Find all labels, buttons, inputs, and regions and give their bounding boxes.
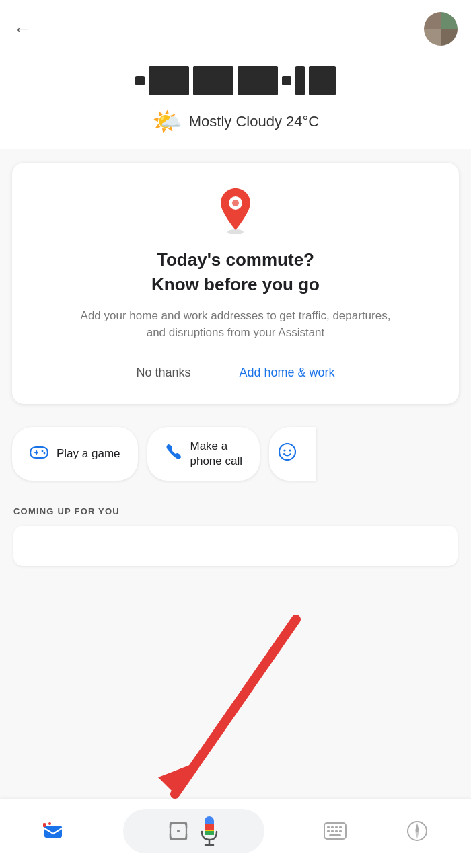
svg-rect-30: [335, 830, 338, 832]
commute-subtitle: Know before you go: [151, 274, 320, 295]
add-home-button[interactable]: Add home & work: [228, 360, 345, 385]
svg-rect-29: [331, 830, 334, 832]
svg-marker-11: [158, 760, 202, 794]
svg-point-9: [283, 449, 285, 451]
mic-container: [123, 809, 264, 853]
no-thanks-button[interactable]: No thanks: [125, 360, 201, 385]
avatar-q2: [441, 12, 458, 29]
coming-up-label: COMING UP FOR YOU: [13, 506, 458, 516]
svg-rect-18: [205, 824, 214, 830]
back-button[interactable]: ←: [13, 19, 31, 40]
red-arrow-annotation: [40, 613, 310, 828]
avatar-q3: [424, 29, 441, 46]
svg-point-2: [232, 200, 239, 206]
chip-play-game[interactable]: Play a game: [12, 427, 138, 481]
svg-rect-31: [339, 830, 342, 832]
chips-row: Play a game Make aphone call: [0, 418, 471, 490]
svg-rect-28: [327, 830, 330, 832]
chip-emoji[interactable]: [269, 427, 316, 481]
svg-point-14: [48, 822, 51, 825]
weather-section: 🌤️ Mostly Cloudy 24°C: [0, 52, 471, 149]
phone-icon: [165, 443, 182, 465]
pixel: [295, 66, 305, 95]
commute-description: Add your home and work addresses to get …: [74, 307, 397, 342]
header: ←: [0, 0, 471, 52]
pixel: [238, 66, 278, 95]
bottom-bar: [0, 799, 471, 868]
svg-rect-24: [327, 826, 330, 828]
svg-point-0: [227, 229, 244, 234]
svg-rect-32: [329, 834, 341, 836]
svg-rect-26: [335, 826, 338, 828]
coming-up-content-placeholder: [27, 539, 444, 551]
pixel: [193, 66, 233, 95]
avatar-q4: [441, 29, 458, 46]
avatar-q1: [424, 12, 441, 29]
commute-actions: No thanks Add home & work: [125, 360, 345, 385]
weather-icon: 🌤️: [152, 108, 182, 136]
keyboard-button[interactable]: [324, 822, 347, 840]
svg-point-16: [177, 830, 180, 832]
svg-rect-20: [205, 831, 214, 835]
commute-title: Today's commute?: [157, 249, 314, 272]
game-icon: [30, 444, 48, 463]
emoji-icon: [279, 443, 296, 465]
pixel: [149, 66, 189, 95]
chip-phone-call[interactable]: Make aphone call: [147, 427, 260, 481]
pixel: [282, 76, 291, 85]
commute-card: Today's commute? Know before you go Add …: [12, 163, 459, 404]
lens-button[interactable]: [168, 821, 188, 841]
coming-up-section: COMING UP FOR YOU: [0, 490, 471, 573]
svg-rect-3: [30, 447, 48, 458]
svg-rect-5: [36, 450, 37, 455]
svg-point-10: [289, 449, 291, 451]
compass-button[interactable]: [406, 820, 428, 842]
svg-point-8: [279, 444, 295, 460]
svg-point-7: [44, 452, 46, 454]
svg-rect-27: [339, 826, 342, 828]
weather-description: Mostly Cloudy 24°C: [189, 113, 319, 130]
mic-button[interactable]: [199, 816, 219, 846]
blurred-title-bar: [135, 66, 336, 95]
chip-phone-call-label: Make aphone call: [190, 439, 243, 469]
svg-rect-12: [44, 826, 62, 838]
pixel: [135, 76, 145, 85]
home-icon[interactable]: [43, 822, 63, 840]
svg-rect-25: [331, 826, 334, 828]
avatar[interactable]: [424, 12, 458, 46]
svg-point-6: [42, 450, 44, 452]
chip-play-game-label: Play a game: [57, 446, 120, 461]
location-pin-icon: [215, 187, 256, 234]
weather-row: 🌤️ Mostly Cloudy 24°C: [152, 108, 319, 136]
pixel: [309, 66, 336, 95]
coming-up-card: [13, 526, 458, 566]
